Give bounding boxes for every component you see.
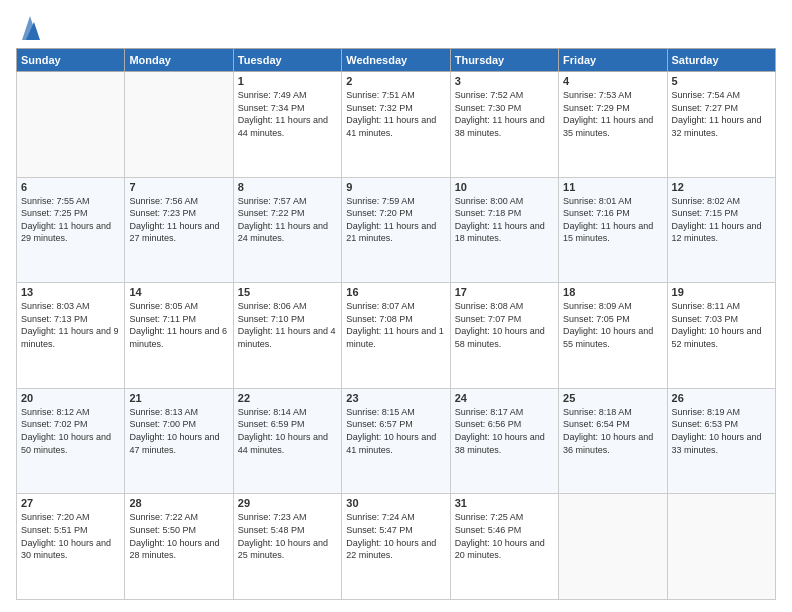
- day-number: 7: [129, 181, 228, 193]
- weekday-header-tuesday: Tuesday: [233, 49, 341, 72]
- logo: [16, 12, 40, 40]
- calendar-cell: 5Sunrise: 7:54 AM Sunset: 7:27 PM Daylig…: [667, 72, 775, 178]
- day-number: 8: [238, 181, 337, 193]
- day-number: 12: [672, 181, 771, 193]
- calendar-cell: 23Sunrise: 8:15 AM Sunset: 6:57 PM Dayli…: [342, 388, 450, 494]
- day-number: 28: [129, 497, 228, 509]
- day-number: 9: [346, 181, 445, 193]
- calendar-cell: 18Sunrise: 8:09 AM Sunset: 7:05 PM Dayli…: [559, 283, 667, 389]
- day-number: 22: [238, 392, 337, 404]
- calendar-table: SundayMondayTuesdayWednesdayThursdayFrid…: [16, 48, 776, 600]
- day-number: 23: [346, 392, 445, 404]
- day-number: 20: [21, 392, 120, 404]
- calendar-cell: 25Sunrise: 8:18 AM Sunset: 6:54 PM Dayli…: [559, 388, 667, 494]
- calendar-cell: 12Sunrise: 8:02 AM Sunset: 7:15 PM Dayli…: [667, 177, 775, 283]
- day-info: Sunrise: 8:12 AM Sunset: 7:02 PM Dayligh…: [21, 406, 120, 456]
- day-info: Sunrise: 7:24 AM Sunset: 5:47 PM Dayligh…: [346, 511, 445, 561]
- day-number: 13: [21, 286, 120, 298]
- day-info: Sunrise: 8:09 AM Sunset: 7:05 PM Dayligh…: [563, 300, 662, 350]
- day-number: 3: [455, 75, 554, 87]
- day-info: Sunrise: 8:13 AM Sunset: 7:00 PM Dayligh…: [129, 406, 228, 456]
- calendar-cell: 11Sunrise: 8:01 AM Sunset: 7:16 PM Dayli…: [559, 177, 667, 283]
- day-info: Sunrise: 8:14 AM Sunset: 6:59 PM Dayligh…: [238, 406, 337, 456]
- day-info: Sunrise: 8:11 AM Sunset: 7:03 PM Dayligh…: [672, 300, 771, 350]
- calendar-cell: 17Sunrise: 8:08 AM Sunset: 7:07 PM Dayli…: [450, 283, 558, 389]
- calendar-cell: 29Sunrise: 7:23 AM Sunset: 5:48 PM Dayli…: [233, 494, 341, 600]
- day-number: 1: [238, 75, 337, 87]
- day-info: Sunrise: 8:00 AM Sunset: 7:18 PM Dayligh…: [455, 195, 554, 245]
- day-info: Sunrise: 8:18 AM Sunset: 6:54 PM Dayligh…: [563, 406, 662, 456]
- calendar-cell: 28Sunrise: 7:22 AM Sunset: 5:50 PM Dayli…: [125, 494, 233, 600]
- day-number: 25: [563, 392, 662, 404]
- day-info: Sunrise: 7:54 AM Sunset: 7:27 PM Dayligh…: [672, 89, 771, 139]
- day-info: Sunrise: 8:06 AM Sunset: 7:10 PM Dayligh…: [238, 300, 337, 350]
- day-info: Sunrise: 7:52 AM Sunset: 7:30 PM Dayligh…: [455, 89, 554, 139]
- day-number: 26: [672, 392, 771, 404]
- calendar-cell: 19Sunrise: 8:11 AM Sunset: 7:03 PM Dayli…: [667, 283, 775, 389]
- calendar-cell: 13Sunrise: 8:03 AM Sunset: 7:13 PM Dayli…: [17, 283, 125, 389]
- day-number: 11: [563, 181, 662, 193]
- calendar-cell: 4Sunrise: 7:53 AM Sunset: 7:29 PM Daylig…: [559, 72, 667, 178]
- day-info: Sunrise: 8:07 AM Sunset: 7:08 PM Dayligh…: [346, 300, 445, 350]
- calendar-cell: 24Sunrise: 8:17 AM Sunset: 6:56 PM Dayli…: [450, 388, 558, 494]
- day-number: 31: [455, 497, 554, 509]
- calendar-cell: 1Sunrise: 7:49 AM Sunset: 7:34 PM Daylig…: [233, 72, 341, 178]
- day-number: 18: [563, 286, 662, 298]
- weekday-header-friday: Friday: [559, 49, 667, 72]
- header: [16, 12, 776, 40]
- calendar-cell: 7Sunrise: 7:56 AM Sunset: 7:23 PM Daylig…: [125, 177, 233, 283]
- calendar-cell: 9Sunrise: 7:59 AM Sunset: 7:20 PM Daylig…: [342, 177, 450, 283]
- day-info: Sunrise: 8:01 AM Sunset: 7:16 PM Dayligh…: [563, 195, 662, 245]
- day-info: Sunrise: 8:05 AM Sunset: 7:11 PM Dayligh…: [129, 300, 228, 350]
- calendar-cell: [667, 494, 775, 600]
- day-number: 24: [455, 392, 554, 404]
- day-number: 2: [346, 75, 445, 87]
- day-number: 14: [129, 286, 228, 298]
- day-info: Sunrise: 7:55 AM Sunset: 7:25 PM Dayligh…: [21, 195, 120, 245]
- day-info: Sunrise: 8:03 AM Sunset: 7:13 PM Dayligh…: [21, 300, 120, 350]
- day-info: Sunrise: 7:23 AM Sunset: 5:48 PM Dayligh…: [238, 511, 337, 561]
- weekday-header-monday: Monday: [125, 49, 233, 72]
- calendar-week-row: 1Sunrise: 7:49 AM Sunset: 7:34 PM Daylig…: [17, 72, 776, 178]
- day-info: Sunrise: 8:08 AM Sunset: 7:07 PM Dayligh…: [455, 300, 554, 350]
- day-number: 5: [672, 75, 771, 87]
- weekday-header-sunday: Sunday: [17, 49, 125, 72]
- day-info: Sunrise: 7:25 AM Sunset: 5:46 PM Dayligh…: [455, 511, 554, 561]
- day-number: 21: [129, 392, 228, 404]
- weekday-header-row: SundayMondayTuesdayWednesdayThursdayFrid…: [17, 49, 776, 72]
- weekday-header-saturday: Saturday: [667, 49, 775, 72]
- calendar-cell: 26Sunrise: 8:19 AM Sunset: 6:53 PM Dayli…: [667, 388, 775, 494]
- day-info: Sunrise: 8:02 AM Sunset: 7:15 PM Dayligh…: [672, 195, 771, 245]
- day-info: Sunrise: 7:22 AM Sunset: 5:50 PM Dayligh…: [129, 511, 228, 561]
- day-number: 4: [563, 75, 662, 87]
- day-number: 10: [455, 181, 554, 193]
- day-info: Sunrise: 7:53 AM Sunset: 7:29 PM Dayligh…: [563, 89, 662, 139]
- calendar-cell: [17, 72, 125, 178]
- calendar-cell: 20Sunrise: 8:12 AM Sunset: 7:02 PM Dayli…: [17, 388, 125, 494]
- calendar-week-row: 27Sunrise: 7:20 AM Sunset: 5:51 PM Dayli…: [17, 494, 776, 600]
- calendar-week-row: 6Sunrise: 7:55 AM Sunset: 7:25 PM Daylig…: [17, 177, 776, 283]
- calendar-cell: 27Sunrise: 7:20 AM Sunset: 5:51 PM Dayli…: [17, 494, 125, 600]
- calendar-cell: 6Sunrise: 7:55 AM Sunset: 7:25 PM Daylig…: [17, 177, 125, 283]
- day-info: Sunrise: 8:15 AM Sunset: 6:57 PM Dayligh…: [346, 406, 445, 456]
- day-number: 29: [238, 497, 337, 509]
- calendar-cell: 8Sunrise: 7:57 AM Sunset: 7:22 PM Daylig…: [233, 177, 341, 283]
- day-info: Sunrise: 7:20 AM Sunset: 5:51 PM Dayligh…: [21, 511, 120, 561]
- calendar-cell: 3Sunrise: 7:52 AM Sunset: 7:30 PM Daylig…: [450, 72, 558, 178]
- day-number: 19: [672, 286, 771, 298]
- calendar-week-row: 20Sunrise: 8:12 AM Sunset: 7:02 PM Dayli…: [17, 388, 776, 494]
- logo-icon: [20, 12, 40, 40]
- weekday-header-thursday: Thursday: [450, 49, 558, 72]
- calendar-cell: 14Sunrise: 8:05 AM Sunset: 7:11 PM Dayli…: [125, 283, 233, 389]
- calendar-cell: 30Sunrise: 7:24 AM Sunset: 5:47 PM Dayli…: [342, 494, 450, 600]
- calendar-cell: [125, 72, 233, 178]
- calendar-cell: 16Sunrise: 8:07 AM Sunset: 7:08 PM Dayli…: [342, 283, 450, 389]
- calendar-cell: 10Sunrise: 8:00 AM Sunset: 7:18 PM Dayli…: [450, 177, 558, 283]
- calendar-cell: [559, 494, 667, 600]
- calendar-cell: 22Sunrise: 8:14 AM Sunset: 6:59 PM Dayli…: [233, 388, 341, 494]
- day-number: 6: [21, 181, 120, 193]
- weekday-header-wednesday: Wednesday: [342, 49, 450, 72]
- calendar-cell: 15Sunrise: 8:06 AM Sunset: 7:10 PM Dayli…: [233, 283, 341, 389]
- page: SundayMondayTuesdayWednesdayThursdayFrid…: [0, 0, 792, 612]
- day-number: 17: [455, 286, 554, 298]
